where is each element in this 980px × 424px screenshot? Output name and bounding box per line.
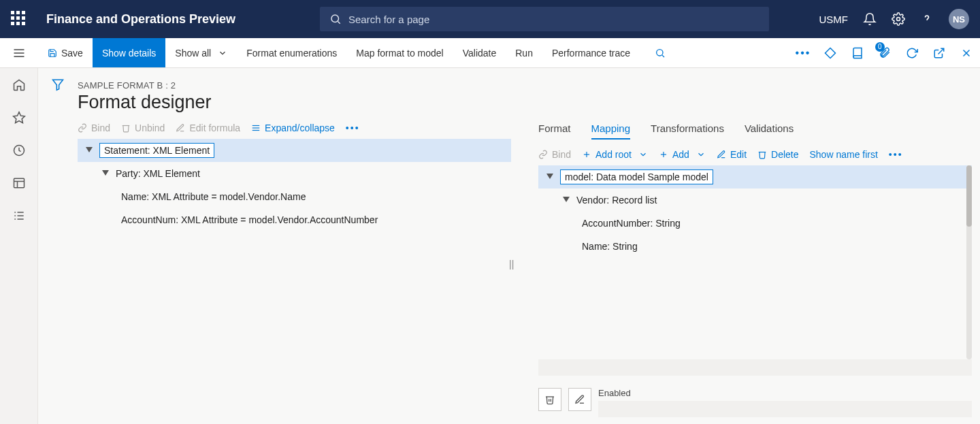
command-bar: Save Show details Show all Format enumer… xyxy=(0,38,980,68)
app-launcher-icon[interactable] xyxy=(11,11,27,27)
app-bar: Finance and Operations Preview USMF NS xyxy=(0,0,980,38)
svg-marker-29 xyxy=(102,170,109,176)
svg-line-8 xyxy=(662,55,664,57)
appbar-right: USMF NS xyxy=(819,9,970,29)
scrollbar[interactable] xyxy=(966,165,972,359)
tree-row[interactable]: Name: XML Attribute = model.Vendor.Name xyxy=(78,185,511,208)
enabled-block: Enabled xyxy=(598,388,972,417)
breadcrumb: SAMPLE FORMAT B : 2 xyxy=(78,80,972,91)
unbind-label: Unbind xyxy=(135,123,165,133)
svg-line-10 xyxy=(938,48,944,54)
split-handle[interactable]: || xyxy=(509,259,514,270)
validate-button[interactable]: Validate xyxy=(453,38,506,67)
format-toolbar-overflow[interactable]: ••• xyxy=(346,123,360,133)
show-details-button[interactable]: Show details xyxy=(93,38,165,67)
refresh-button[interactable] xyxy=(898,38,926,67)
tree-toggle-icon[interactable] xyxy=(561,195,571,205)
tab-mapping[interactable]: Mapping xyxy=(591,123,631,140)
svg-point-7 xyxy=(657,49,663,55)
tab-format[interactable]: Format xyxy=(538,123,571,140)
tree-toggle-icon[interactable] xyxy=(84,146,94,155)
perf-trace-label: Performance trace xyxy=(552,48,630,59)
map-format-to-model-button[interactable]: Map format to model xyxy=(346,38,453,67)
tree-label: Party: XML Element xyxy=(116,168,200,179)
filter-icon[interactable] xyxy=(51,78,65,91)
attachments-button[interactable]: 0 xyxy=(871,38,898,67)
mapping-pane: Format Mapping Transformations Validatio… xyxy=(525,123,972,424)
enabled-field[interactable] xyxy=(598,401,972,417)
mapping-bind-label: Bind xyxy=(552,149,571,160)
options-button[interactable] xyxy=(817,38,844,67)
mapping-tree: model: Data model Sample model Vendor: R… xyxy=(538,165,972,258)
app-title: Finance and Operations Preview xyxy=(46,12,235,27)
designer-area: SAMPLE FORMAT B : 2 Format designer Bind… xyxy=(78,68,980,424)
chevron-down-icon xyxy=(638,150,648,159)
page-title: Format designer xyxy=(78,92,972,113)
nav-rail xyxy=(0,68,38,424)
tab-validations[interactable]: Validations xyxy=(745,123,794,140)
show-all-button[interactable]: Show all xyxy=(165,38,237,67)
tree-row[interactable]: Statement: XML Element xyxy=(78,139,511,162)
bind-button[interactable]: Bind xyxy=(78,123,110,133)
search-icon xyxy=(329,13,342,25)
avatar[interactable]: NS xyxy=(949,9,969,29)
performance-trace-button[interactable]: Performance trace xyxy=(542,38,640,67)
search-input[interactable] xyxy=(348,14,760,25)
map-format-label: Map format to model xyxy=(356,48,443,59)
delete-button[interactable]: Delete xyxy=(757,149,798,160)
company-picker[interactable]: USMF xyxy=(819,14,849,25)
format-enumerations-button[interactable]: Format enumerations xyxy=(237,38,346,67)
expand-collapse-button[interactable]: Expand/collapse xyxy=(251,123,335,133)
format-pane: Bind Unbind Edit formula Expand/col xyxy=(78,123,525,424)
close-button[interactable] xyxy=(953,38,980,67)
tree-toggle-icon[interactable] xyxy=(545,172,555,182)
enabled-label: Enabled xyxy=(598,388,972,398)
gear-icon[interactable] xyxy=(892,12,905,26)
page-info-button[interactable] xyxy=(844,38,871,67)
tree-toggle-icon[interactable] xyxy=(101,169,110,178)
tab-transformations[interactable]: Transformations xyxy=(651,123,724,140)
svg-point-2 xyxy=(897,18,900,21)
star-icon[interactable] xyxy=(12,110,27,125)
home-icon[interactable] xyxy=(12,78,27,93)
tree-label: AccountNum: XML Attribute = model.Vendor… xyxy=(121,214,378,225)
help-icon[interactable] xyxy=(920,12,934,26)
svg-marker-9 xyxy=(826,48,836,58)
ellipsis-icon: ••• xyxy=(796,47,811,59)
tree-row[interactable]: Name: String xyxy=(538,235,972,258)
content-area: SAMPLE FORMAT B : 2 Format designer Bind… xyxy=(38,68,980,424)
edit-label: Edit xyxy=(730,149,747,160)
tree-row[interactable]: Party: XML Element xyxy=(78,162,511,185)
page-search-button[interactable] xyxy=(647,38,674,67)
nav-collapse-button[interactable] xyxy=(0,38,38,68)
workspace-icon[interactable] xyxy=(12,176,27,191)
run-button[interactable]: Run xyxy=(506,38,542,67)
modules-icon[interactable] xyxy=(12,208,27,223)
tree-row[interactable]: Vendor: Record list xyxy=(538,189,972,212)
add-button[interactable]: Add xyxy=(659,149,706,160)
unbind-button[interactable]: Unbind xyxy=(121,123,165,133)
delete-node-button[interactable] xyxy=(538,388,561,411)
overflow-menu-button[interactable]: ••• xyxy=(789,38,817,67)
mapping-bind-button[interactable]: Bind xyxy=(538,149,571,160)
show-name-first-label: Show name first xyxy=(809,149,877,160)
edit-button[interactable]: Edit xyxy=(717,149,747,160)
bottom-strip: Enabled xyxy=(538,382,972,424)
edit-node-button[interactable] xyxy=(568,388,591,411)
mapping-toolbar-overflow[interactable]: ••• xyxy=(889,149,903,160)
tree-row[interactable]: model: Data model Sample model xyxy=(538,165,972,189)
bell-icon[interactable] xyxy=(863,12,877,26)
recent-icon[interactable] xyxy=(12,143,27,158)
tree-label: Statement: XML Element xyxy=(99,143,214,158)
global-search[interactable] xyxy=(320,7,769,31)
tree-label: model: Data model Sample model xyxy=(560,169,713,184)
save-button[interactable]: Save xyxy=(38,38,93,67)
add-root-button[interactable]: Add root xyxy=(582,149,648,160)
add-label: Add xyxy=(672,149,689,160)
show-name-first-button[interactable]: Show name first xyxy=(809,149,877,160)
popout-button[interactable] xyxy=(926,38,953,67)
tree-row[interactable]: AccountNumber: String xyxy=(538,212,972,235)
svg-marker-24 xyxy=(53,80,63,90)
edit-formula-button[interactable]: Edit formula xyxy=(176,123,240,133)
tree-row[interactable]: AccountNum: XML Attribute = model.Vendor… xyxy=(78,208,511,231)
